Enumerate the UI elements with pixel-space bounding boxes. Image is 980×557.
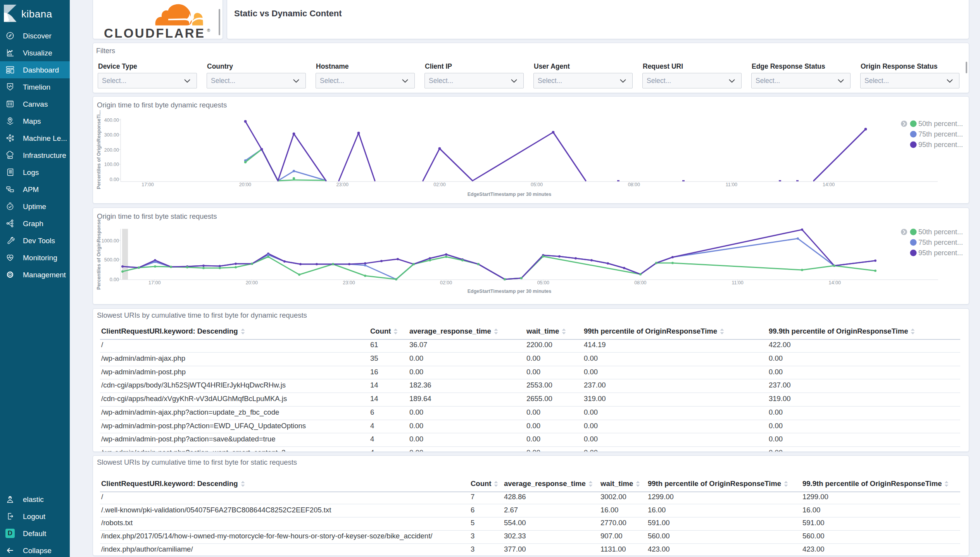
svg-text:11:00: 11:00 xyxy=(726,182,737,187)
svg-text:500.00: 500.00 xyxy=(104,257,119,263)
svg-text:23:00: 23:00 xyxy=(336,182,349,187)
svg-text:95th percent...: 95th percent... xyxy=(918,249,963,257)
svg-text:Percentiles of OriginResponse: Percentiles of OriginResponse xyxy=(96,219,102,290)
svg-text:95th percent...: 95th percent... xyxy=(918,141,963,149)
svg-text:11:00: 11:00 xyxy=(732,280,743,285)
svg-text:50th percent...: 50th percent... xyxy=(918,228,963,236)
svg-text:0.00: 0.00 xyxy=(110,277,119,282)
svg-text:23:00: 23:00 xyxy=(343,280,355,285)
svg-text:1000.00: 1000.00 xyxy=(102,238,119,244)
svg-text:300.00: 300.00 xyxy=(104,132,119,138)
svg-text:EdgeStartTimestamp per 30 minu: EdgeStartTimestamp per 30 minutes xyxy=(468,192,552,197)
svg-text:17:00: 17:00 xyxy=(148,280,160,285)
svg-text:14:00: 14:00 xyxy=(829,280,841,285)
svg-text:®: ® xyxy=(207,28,210,33)
svg-text:20:00: 20:00 xyxy=(246,280,258,285)
svg-text:200.00: 200.00 xyxy=(104,147,119,153)
svg-text:0.00: 0.00 xyxy=(110,177,119,182)
svg-text:14:00: 14:00 xyxy=(823,182,835,187)
svg-text:CLOUDFLARE: CLOUDFLARE xyxy=(104,26,205,39)
svg-text:02:00: 02:00 xyxy=(433,182,445,187)
svg-text:50th percent...: 50th percent... xyxy=(918,120,963,128)
svg-text:17:00: 17:00 xyxy=(141,182,154,187)
svg-text:75th percent...: 75th percent... xyxy=(918,130,963,138)
svg-text:05:00: 05:00 xyxy=(537,280,549,285)
svg-text:08:00: 08:00 xyxy=(628,182,640,187)
svg-text:400.00: 400.00 xyxy=(104,118,119,123)
svg-text:02:00: 02:00 xyxy=(440,280,452,285)
svg-text:100.00: 100.00 xyxy=(104,162,119,167)
svg-text:75th percent...: 75th percent... xyxy=(918,239,963,246)
svg-text:Percentiles of OriginResponseT: Percentiles of OriginResponseTi... xyxy=(96,110,102,189)
svg-text:08:00: 08:00 xyxy=(634,280,646,285)
svg-text:EdgeStartTimestamp per 30 minu: EdgeStartTimestamp per 30 minutes xyxy=(468,289,552,294)
svg-text:20:00: 20:00 xyxy=(239,182,251,187)
svg-text:05:00: 05:00 xyxy=(531,182,543,187)
